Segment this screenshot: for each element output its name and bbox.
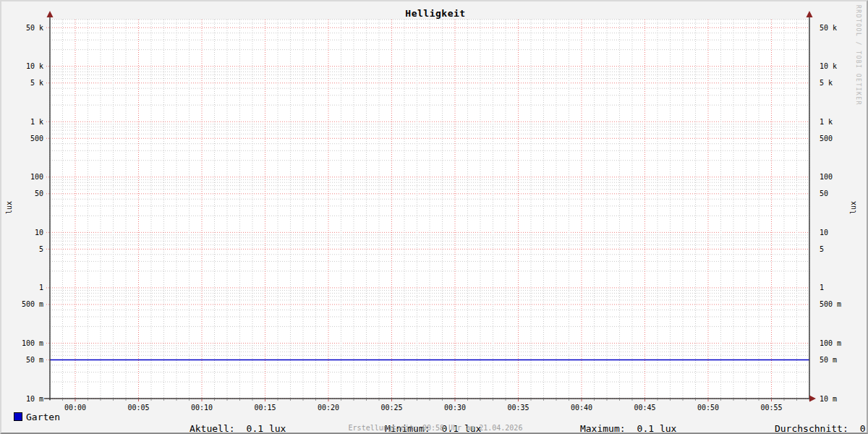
y-tick-label-left: 50 <box>35 190 43 197</box>
y-tick-label-right: 5 <box>820 245 824 253</box>
rrd-graph: 10 m10 m50 m50 m100 m100 m500 m500 m1155… <box>0 0 868 434</box>
x-tick-label: 00:10 <box>191 404 213 412</box>
y-tick-label-left: 5 k <box>30 79 43 87</box>
chart-title: Helligkeit <box>1 8 868 19</box>
y-tick-label-left: 1 <box>39 284 43 292</box>
x-tick-label: 00:00 <box>64 404 86 412</box>
x-tick-label: 00:15 <box>254 404 276 412</box>
x-tick-label: 00:35 <box>507 404 529 412</box>
x-tick-label: 00:40 <box>571 404 592 412</box>
x-tick-label: 00:55 <box>760 404 782 412</box>
x-tick-label: 00:20 <box>318 404 339 412</box>
x-tick-label: 00:05 <box>127 404 149 412</box>
y-tick-label-left: 50 k <box>26 24 43 32</box>
x-tick-label: 00:30 <box>444 404 466 412</box>
x-tick-label: 00:45 <box>634 404 655 412</box>
y-tick-label-left: 10 m <box>26 395 43 403</box>
y-tick-label-left: 10 <box>35 229 43 237</box>
y-tick-label-left: 100 <box>30 173 43 181</box>
y-tick-label-left: 1 k <box>30 118 43 126</box>
y-tick-label-right: 50 k <box>820 24 837 32</box>
legend-series: Garten <box>14 412 60 423</box>
y-tick-label-right: 1 <box>820 284 824 292</box>
y-tick-label-left: 500 <box>30 135 43 142</box>
y-tick-label-right: 50 m <box>820 356 837 364</box>
y-tick-label-right: 10 m <box>820 395 837 403</box>
y-tick-label-left: 500 m <box>22 300 43 308</box>
series-color-swatch <box>14 412 22 421</box>
y-tick-label-left: 50 m <box>26 356 43 364</box>
y-tick-label-right: 100 <box>820 173 833 181</box>
rrdtool-watermark: RRDTOOL / TOBI OETIKER <box>855 5 861 106</box>
creation-timestamp: Erstellungszeit: 00:58 Uhr am 21.04.2026 <box>1 424 868 432</box>
y-axis-unit-left: lux <box>5 201 13 214</box>
chart-plot: 10 m10 m50 m50 m100 m100 m500 m500 m1155… <box>1 1 868 434</box>
y-tick-label-left: 10 k <box>26 62 43 70</box>
series-label: Garten <box>26 412 60 422</box>
y-tick-label-right: 5 k <box>820 79 833 87</box>
x-tick-label: 00:50 <box>697 404 719 412</box>
y-axis-unit-right: lux <box>849 201 857 214</box>
y-tick-label-right: 500 m <box>820 300 841 308</box>
y-tick-label-right: 10 <box>820 229 828 237</box>
y-tick-label-right: 50 <box>820 190 828 197</box>
y-tick-label-right: 500 <box>820 135 833 142</box>
y-tick-label-left: 100 m <box>22 339 43 347</box>
x-tick-label: 00:25 <box>380 404 402 412</box>
arrow-right-x <box>809 396 816 402</box>
y-tick-label-right: 1 k <box>820 118 833 126</box>
legend-row: Garten Aktuell:0.1 lux Minimum:0.1 lux M… <box>1 412 868 423</box>
y-tick-label-right: 100 m <box>820 339 841 347</box>
y-tick-label-right: 10 k <box>820 62 837 70</box>
y-tick-label-left: 5 <box>39 245 43 253</box>
